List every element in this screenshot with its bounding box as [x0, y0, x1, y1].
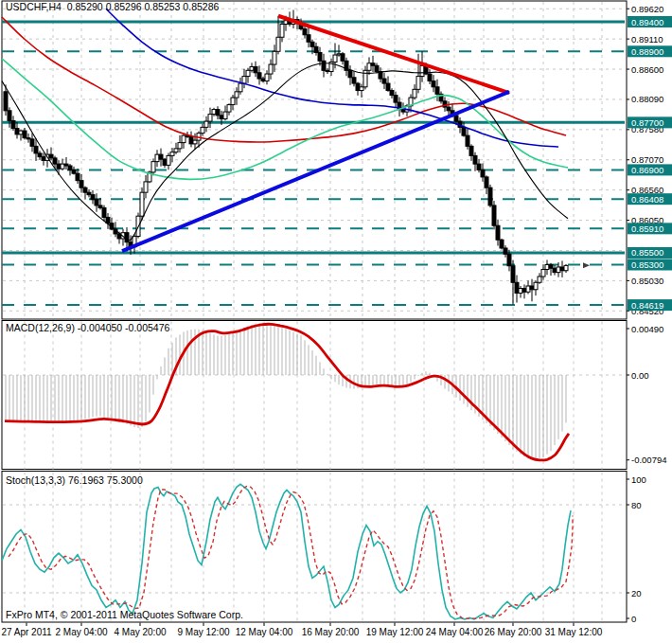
macd-axis-label: 0.00: [631, 370, 649, 381]
stoch-indicator-label: Stoch(13,3,3) 76.1963 75.3000: [6, 474, 143, 486]
price-level-badge-label: 0.84619: [631, 300, 663, 311]
symbol-ohlc-title: USDCHF,H4 0.85290 0.85296 0.85253 0.8528…: [6, 1, 219, 12]
price-level-badge-label: 0.85910: [631, 223, 663, 234]
price-tick-label: 0.88090: [631, 94, 663, 104]
time-tick-label: 16 May 20:00: [302, 627, 360, 637]
time-axis[interactable]: 27 Apr 20112 May 04:004 May 20:009 May 1…: [1, 623, 602, 638]
price-tick-label: 0.89110: [631, 34, 663, 45]
price-axis[interactable]: 0.896200.891100.886000.880900.875800.870…: [627, 4, 672, 624]
macd-axis-label: -0.00794: [631, 455, 667, 465]
price-tick-label: 0.89620: [631, 4, 663, 14]
price-level-badge-label: 0.86900: [631, 165, 663, 175]
copyright-text: FxPro MT4, © 2001-2011 MetaQuotes Softwa…: [6, 609, 243, 620]
time-tick-label: 24 May 04:00: [426, 627, 484, 637]
time-tick-label: 26 May 20:00: [485, 627, 542, 637]
price-level-badge-label: 0.85300: [631, 259, 663, 270]
price-level-badge-label: 0.86408: [631, 194, 663, 205]
time-tick-label: 27 Apr 2011: [1, 627, 52, 637]
time-tick-label: 4 May 20:00: [114, 627, 166, 637]
time-tick-label: 19 May 12:00: [366, 627, 424, 637]
stoch-axis-label: 0: [631, 614, 636, 624]
price-level-badge-label: 0.89400: [631, 17, 663, 27]
macd-indicator-label: MACD(12,26,9) -0.004050 -0.005476: [6, 322, 169, 333]
price-level-badge-label: 0.85500: [631, 247, 663, 258]
stoch-axis-label: 100: [631, 474, 646, 485]
price-tick-label: 0.87070: [631, 154, 663, 165]
time-tick-label: 31 May 12:00: [545, 627, 603, 637]
mt4-chart-window[interactable]: { "title": {"ohlc_line": "USDCHF,H4 0.85…: [0, 0, 672, 643]
time-tick-label: 12 May 04:00: [236, 627, 293, 637]
stoch-axis-label: 20: [631, 588, 642, 598]
price-tick-label: 0.88600: [631, 64, 663, 75]
price-level-badge-label: 0.87700: [631, 117, 663, 128]
macd-axis-label: 0.00490: [631, 324, 663, 334]
time-tick-label: 2 May 04:00: [55, 627, 107, 637]
stoch-axis-label: 80: [631, 500, 642, 510]
time-tick-label: 9 May 12:00: [177, 627, 229, 637]
price-level-badge-label: 0.88900: [631, 46, 663, 57]
panel-borders: [2, 1, 627, 622]
price-tick-label: 0.85030: [631, 276, 663, 286]
